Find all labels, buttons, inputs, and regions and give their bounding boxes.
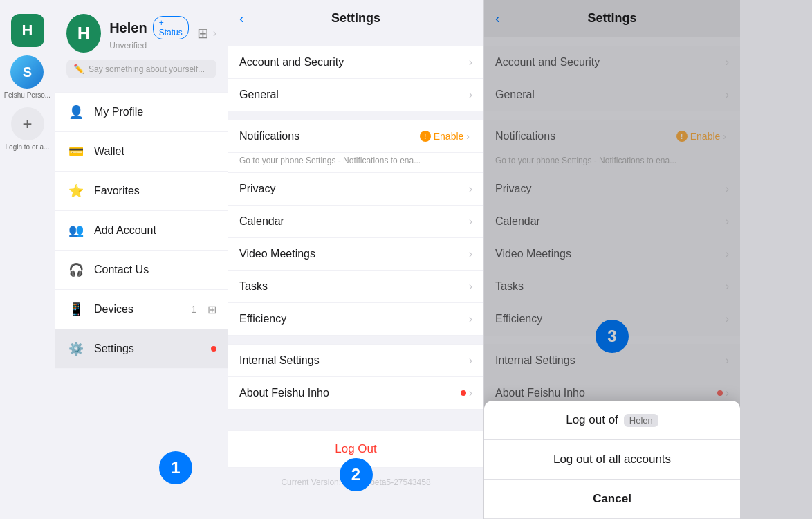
settings-section-3: Internal Settings › About Feishu Inho › <box>228 344 483 410</box>
internal-settings-label: Internal Settings <box>239 354 469 367</box>
privacy-chevron: › <box>469 183 472 195</box>
settings-row-video-meetings[interactable]: Video Meetings › <box>228 238 483 271</box>
settings-panel-right: ‹ Settings Account and Security › Genera… <box>484 0 740 519</box>
tasks-chevron: › <box>469 280 472 293</box>
notifications-chevron: › <box>466 131 470 142</box>
settings-row-internal[interactable]: Internal Settings › <box>228 344 483 377</box>
profile-menu-panel: H Helen + Status Unverified ⊞ › ✏️ Say s… <box>55 0 228 519</box>
logout-all-button[interactable]: Log out of all accounts <box>484 440 740 480</box>
menu-item-my-profile[interactable]: 👤 My Profile <box>55 92 228 132</box>
logout-label: Log Out <box>335 442 377 456</box>
settings-title-middle: Settings <box>331 11 380 26</box>
general-label: General <box>239 89 469 101</box>
settings-row-notifications[interactable]: Notifications ! Enable › <box>228 120 483 153</box>
favorites-icon: ⭐ <box>66 181 86 201</box>
notifications-action: ! Enable › <box>420 131 470 142</box>
menu-item-settings[interactable]: ⚙️ Settings <box>55 329 228 369</box>
notifications-desc: Go to your phone Settings - Notification… <box>228 153 483 173</box>
wallet-icon: 💳 <box>66 142 86 161</box>
sidebar-panel: H S Feishu Perso... + Login to or a... <box>0 0 55 519</box>
devices-icon: 📱 <box>66 300 86 319</box>
settings-row-about[interactable]: About Feishu Inho › <box>228 377 483 410</box>
logout-dialog: Log out of Helen Log out of all accounts… <box>484 401 740 519</box>
logout-of-row[interactable]: Log out of Helen <box>484 401 740 440</box>
about-red-dot <box>461 390 466 396</box>
settings-red-dot <box>211 346 216 352</box>
settings-row-account-security[interactable]: Account and Security › <box>228 46 483 79</box>
profile-name-section: Helen + Status Unverified <box>109 16 189 51</box>
username-badge: Helen <box>624 414 658 427</box>
logout-of-text: Log out of <box>566 413 618 427</box>
menu-item-devices[interactable]: 📱 Devices 1 ⊞ <box>55 290 228 329</box>
settings-label: Settings <box>94 343 203 355</box>
settings-row-general[interactable]: General › <box>228 79 483 111</box>
settings-section-2: Notifications ! Enable › Go to your phon… <box>228 120 483 336</box>
settings-panel-middle: ‹ Settings Account and Security › Genera… <box>228 0 484 519</box>
device-list-icon: ⊞ <box>207 303 216 316</box>
secondary-avatar[interactable]: S <box>10 55 44 89</box>
settings-row-calendar[interactable]: Calendar › <box>228 206 483 238</box>
menu-item-wallet[interactable]: 💳 Wallet <box>55 132 228 172</box>
profile-name: Helen <box>109 20 147 36</box>
notifications-enable-label[interactable]: Enable <box>434 131 464 142</box>
step-badge-2: 2 <box>340 458 373 491</box>
devices-label: Devices <box>94 303 183 316</box>
account-security-label: Account and Security <box>239 56 469 69</box>
general-chevron: › <box>469 89 472 101</box>
bio-placeholder: Say something about yourself... <box>89 64 205 74</box>
settings-icon: ⚙️ <box>66 339 86 358</box>
wallet-label: Wallet <box>94 145 216 158</box>
notif-warning-icon: ! <box>420 131 431 142</box>
edit-icon: ✏️ <box>73 64 84 74</box>
unverified-status: Unverified <box>109 41 189 51</box>
device-count: 1 <box>191 304 196 315</box>
qr-icon[interactable]: ⊞ <box>197 25 209 42</box>
settings-header-middle: ‹ Settings <box>228 0 483 37</box>
settings-row-efficiency[interactable]: Efficiency › <box>228 303 483 336</box>
video-meetings-label: Video Meetings <box>239 248 469 260</box>
my-profile-label: My Profile <box>94 106 216 118</box>
menu-item-contact-us[interactable]: 🎧 Contact Us <box>55 251 228 290</box>
about-label: About Feishu Inho <box>239 387 461 399</box>
chevron-right-icon[interactable]: › <box>213 27 216 39</box>
step-badge-1: 1 <box>159 451 192 484</box>
about-chevron: › <box>469 387 472 399</box>
settings-row-privacy[interactable]: Privacy › <box>228 173 483 206</box>
secondary-avatar-label: Feishu Perso... <box>4 91 50 99</box>
notifications-label: Notifications <box>239 130 420 143</box>
contact-us-label: Contact Us <box>94 264 216 276</box>
about-action: › <box>461 387 472 399</box>
add-account-label: Login to or a... <box>6 143 50 151</box>
profile-menu-list: 👤 My Profile 💳 Wallet ⭐ Favorites 👥 Add … <box>55 92 228 369</box>
add-account-icon: 👥 <box>66 221 86 240</box>
settings-row-tasks[interactable]: Tasks › <box>228 271 483 303</box>
profile-avatar: H <box>66 14 101 53</box>
profile-bio-field[interactable]: ✏️ Say something about yourself... <box>66 60 216 78</box>
profile-icon: 👤 <box>66 102 86 122</box>
internal-settings-chevron: › <box>469 354 472 367</box>
tasks-label: Tasks <box>239 280 469 293</box>
privacy-label: Privacy <box>239 183 469 195</box>
favorites-label: Favorites <box>94 185 216 197</box>
add-account-group: + Login to or a... <box>6 107 50 151</box>
cancel-button[interactable]: Cancel <box>484 480 740 519</box>
settings-section-1: Account and Security › General › <box>228 46 483 111</box>
main-avatar[interactable]: H <box>11 14 44 47</box>
add-account-button[interactable]: + <box>11 107 44 140</box>
calendar-label: Calendar <box>239 215 469 228</box>
profile-avatar-row: H Helen + Status Unverified ⊞ › <box>66 14 216 53</box>
efficiency-chevron: › <box>469 313 472 325</box>
video-meetings-chevron: › <box>469 248 472 260</box>
menu-item-favorites[interactable]: ⭐ Favorites <box>55 172 228 211</box>
calendar-chevron: › <box>469 215 472 228</box>
main-account-group: H <box>11 14 44 47</box>
add-account-label: Add Account <box>94 224 216 237</box>
menu-item-add-account[interactable]: 👥 Add Account <box>55 211 228 251</box>
settings-divider <box>228 410 483 430</box>
settings-back-button-middle[interactable]: ‹ <box>239 10 244 26</box>
secondary-account-group: S Feishu Perso... <box>4 55 50 99</box>
account-security-chevron: › <box>469 56 472 69</box>
step-badge-2-wrapper: 2 <box>340 458 373 491</box>
contact-us-icon: 🎧 <box>66 260 86 280</box>
status-button[interactable]: + Status <box>153 16 189 39</box>
